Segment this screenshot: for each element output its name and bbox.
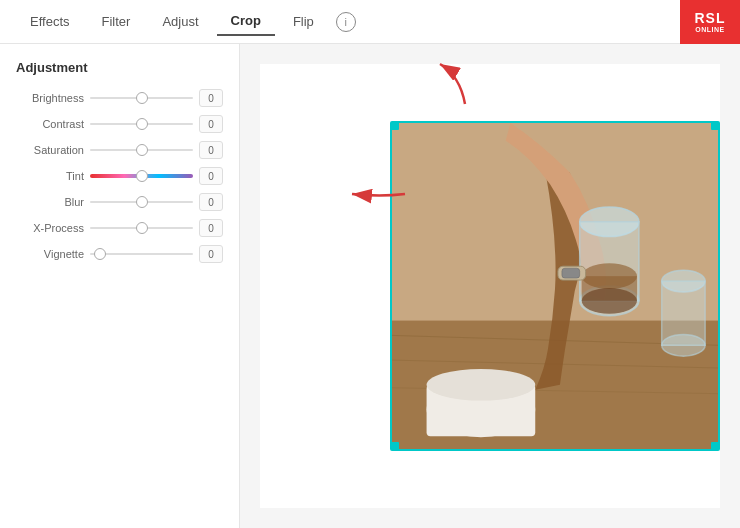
tint-slider[interactable] [90, 168, 193, 184]
blur-label: Blur [16, 196, 84, 208]
saturation-label: Saturation [16, 144, 84, 156]
info-icon[interactable]: i [336, 12, 356, 32]
rsl-badge: RSL ONLINE [680, 0, 740, 44]
blur-value: 0 [199, 193, 223, 211]
contrast-slider[interactable] [90, 116, 193, 132]
vignette-row: Vignette 0 [16, 245, 223, 263]
tint-value: 0 [199, 167, 223, 185]
xprocess-value: 0 [199, 219, 223, 237]
canvas-area [260, 64, 720, 508]
tab-adjust[interactable]: Adjust [148, 8, 212, 35]
tab-flip[interactable]: Flip [279, 8, 328, 35]
blur-row: Blur 0 [16, 193, 223, 211]
xprocess-row: X-Process 0 [16, 219, 223, 237]
svg-rect-17 [562, 268, 580, 278]
saturation-row: Saturation 0 [16, 141, 223, 159]
coffee-scene [392, 123, 718, 449]
brightness-value: 0 [199, 89, 223, 107]
vignette-value: 0 [199, 245, 223, 263]
crop-handle-tr[interactable] [711, 122, 719, 130]
contrast-row: Contrast 0 [16, 115, 223, 133]
crop-handle-bl[interactable] [391, 442, 399, 450]
main-content: Adjustment Brightness 0 Contrast 0 Satur… [0, 44, 740, 528]
crop-handle-tl[interactable] [391, 122, 399, 130]
contrast-label: Contrast [16, 118, 84, 130]
app-container: Effects Filter Adjust Crop Flip i RSL ON… [0, 0, 740, 528]
saturation-value: 0 [199, 141, 223, 159]
brand-name: RSL [695, 11, 726, 25]
saturation-slider[interactable] [90, 142, 193, 158]
contrast-value: 0 [199, 115, 223, 133]
svg-point-20 [662, 334, 705, 356]
brand-tagline: ONLINE [695, 26, 724, 33]
svg-point-15 [582, 288, 637, 314]
xprocess-slider[interactable] [90, 220, 193, 236]
top-bar: Effects Filter Adjust Crop Flip i RSL ON… [0, 0, 740, 44]
brightness-row: Brightness 0 [16, 89, 223, 107]
crop-handle-br[interactable] [711, 442, 719, 450]
tab-filter[interactable]: Filter [88, 8, 145, 35]
tab-effects[interactable]: Effects [16, 8, 84, 35]
blur-slider[interactable] [90, 194, 193, 210]
vignette-label: Vignette [16, 248, 84, 260]
tint-label: Tint [16, 170, 84, 182]
svg-point-9 [427, 369, 536, 401]
vignette-slider[interactable] [90, 246, 193, 262]
panel-title: Adjustment [16, 60, 223, 75]
brightness-slider[interactable] [90, 90, 193, 106]
xprocess-label: X-Process [16, 222, 84, 234]
tab-crop[interactable]: Crop [217, 7, 275, 36]
brightness-label: Brightness [16, 92, 84, 104]
tint-row: Tint 0 [16, 167, 223, 185]
left-panel: Adjustment Brightness 0 Contrast 0 Satur… [0, 44, 240, 528]
right-panel [240, 44, 740, 528]
image-crop-area[interactable] [390, 121, 720, 451]
